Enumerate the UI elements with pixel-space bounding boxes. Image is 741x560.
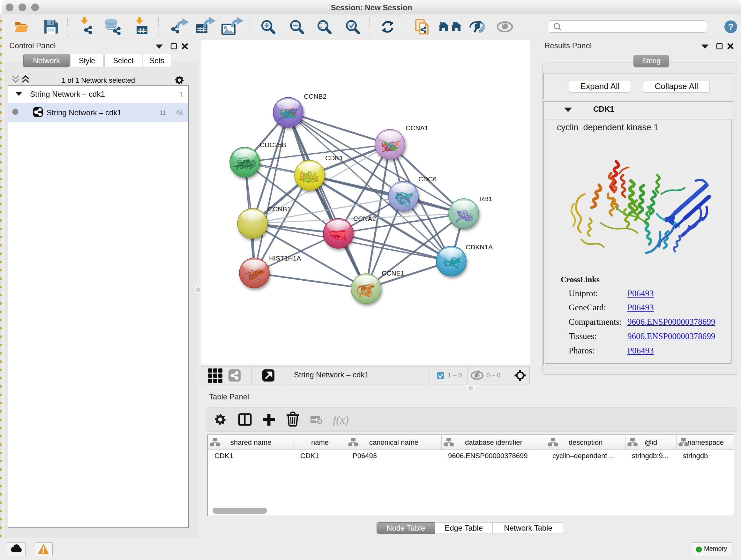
svg-text:?: ? <box>728 22 733 32</box>
svg-text:CDK1: CDK1 <box>325 154 343 162</box>
svg-text:CDC6: CDC6 <box>418 175 436 183</box>
svg-text:CCNB2: CCNB2 <box>304 92 327 100</box>
svg-text:f(x): f(x) <box>333 414 349 426</box>
svg-text:CCNE1: CCNE1 <box>382 269 404 277</box>
svg-text:CDC25B: CDC25B <box>260 141 286 148</box>
svg-text:RB1: RB1 <box>479 195 492 202</box>
svg-text:HIST1H1A: HIST1H1A <box>269 254 301 262</box>
svg-text:CCNA1: CCNA1 <box>406 124 428 132</box>
svg-text:CCNB1: CCNB1 <box>268 205 291 212</box>
svg-text:CDKN1A: CDKN1A <box>466 243 493 251</box>
svg-text:CCNA2: CCNA2 <box>353 215 376 222</box>
